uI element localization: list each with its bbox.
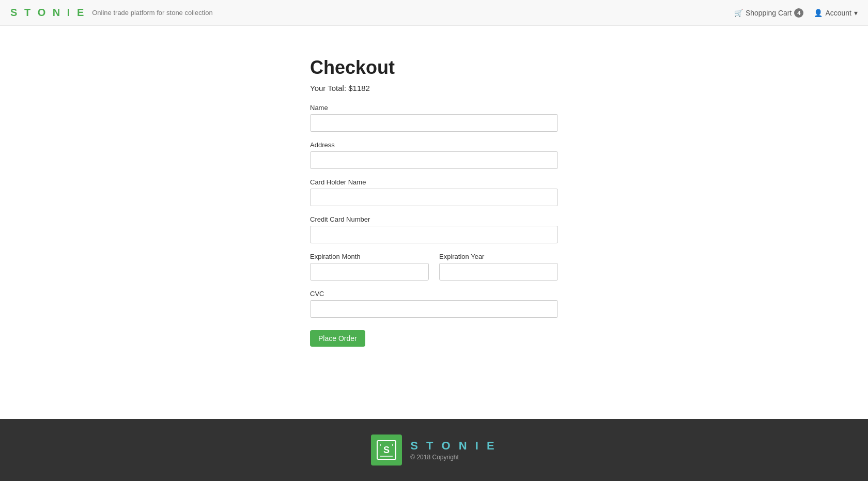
- exp-month-label: Expiration Month: [310, 253, 429, 260]
- cvc-input[interactable]: [310, 300, 558, 318]
- exp-year-label: Expiration Year: [439, 253, 558, 260]
- card-holder-label: Card Holder Name: [310, 178, 558, 186]
- account-icon: 👤: [814, 9, 823, 17]
- address-input[interactable]: [310, 151, 558, 169]
- cart-label: Shopping Cart: [746, 9, 792, 17]
- place-order-button[interactable]: Place Order: [310, 330, 365, 347]
- credit-card-label: Credit Card Number: [310, 215, 558, 223]
- footer-logo-box: S: [371, 435, 402, 466]
- main-content: Checkout Your Total: $1182 Name Address …: [0, 26, 868, 419]
- footer: S S T O N I E © 2018 Copyright: [0, 419, 868, 481]
- exp-year-field-group: Expiration Year: [439, 253, 558, 281]
- cvc-label: CVC: [310, 290, 558, 298]
- footer-brand-info: S T O N I E © 2018 Copyright: [410, 439, 497, 461]
- exp-month-field-group: Expiration Month: [310, 253, 429, 281]
- name-input[interactable]: [310, 114, 558, 132]
- card-holder-field-group: Card Holder Name: [310, 178, 558, 206]
- address-label: Address: [310, 141, 558, 149]
- footer-copyright: © 2018 Copyright: [410, 454, 497, 461]
- brand-name: S T O N I E: [10, 7, 86, 19]
- checkout-title: Checkout: [310, 57, 558, 79]
- footer-logo-icon: S: [376, 440, 397, 460]
- exp-year-input[interactable]: [439, 263, 558, 281]
- account-dropdown-icon: ▾: [854, 9, 858, 17]
- cart-badge: 4: [794, 8, 803, 18]
- navbar: S T O N I E Online trade platform for st…: [0, 0, 868, 26]
- footer-brand-name: S T O N I E: [410, 439, 497, 453]
- brand-tagline: Online trade platform for stone collecti…: [92, 9, 212, 17]
- account-label: Account: [825, 9, 851, 17]
- exp-month-input[interactable]: [310, 263, 429, 281]
- name-label: Name: [310, 104, 558, 112]
- name-field-group: Name: [310, 104, 558, 132]
- brand: S T O N I E Online trade platform for st…: [10, 7, 213, 19]
- expiration-row: Expiration Month Expiration Year: [310, 253, 558, 281]
- shopping-cart-link[interactable]: 🛒 Shopping Cart 4: [734, 8, 804, 18]
- checkout-total: Your Total: $1182: [310, 84, 558, 92]
- cvc-field-group: CVC: [310, 290, 558, 318]
- account-link[interactable]: 👤 Account ▾: [814, 9, 858, 17]
- credit-card-input[interactable]: [310, 226, 558, 243]
- card-holder-input[interactable]: [310, 189, 558, 206]
- svg-text:S: S: [383, 445, 390, 455]
- cart-icon: 🛒: [734, 9, 743, 17]
- credit-card-field-group: Credit Card Number: [310, 215, 558, 243]
- navbar-right: 🛒 Shopping Cart 4 👤 Account ▾: [734, 8, 858, 18]
- address-field-group: Address: [310, 141, 558, 169]
- footer-brand: S S T O N I E © 2018 Copyright: [371, 435, 497, 466]
- checkout-form: Checkout Your Total: $1182 Name Address …: [310, 57, 558, 398]
